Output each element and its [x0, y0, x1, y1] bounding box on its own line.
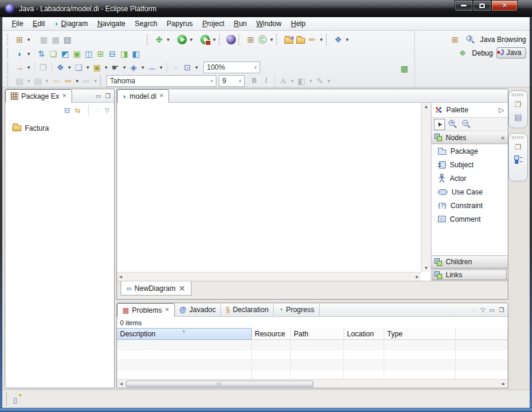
drag-handle[interactable]	[512, 136, 524, 139]
dropdown-arrow-icon[interactable]: ▾	[85, 64, 91, 70]
palette-item-subject[interactable]: Subject	[432, 158, 508, 171]
scroll-up-icon[interactable]: ▲	[424, 104, 429, 109]
new-communication-diagram-button[interactable]: ◩	[59, 47, 71, 60]
drawer-nodes[interactable]: Nodes «	[432, 131, 508, 144]
close-tab-icon[interactable]: ✕	[179, 284, 186, 293]
new-activity-diagram-button[interactable]: ⇅	[35, 47, 47, 60]
dropdown-arrow-icon[interactable]: ▾	[318, 37, 325, 43]
column-type[interactable]: Type	[384, 328, 456, 340]
new-sequence-diagram-button[interactable]: ⊟	[106, 47, 118, 60]
drawer-links[interactable]: Links	[432, 268, 508, 281]
menu-project[interactable]: Project	[197, 18, 229, 29]
palette-collapse-icon[interactable]: ▷	[499, 106, 504, 113]
restore-button[interactable]	[473, 0, 491, 11]
toolbar-grip[interactable]	[147, 34, 151, 45]
scroll-left-icon[interactable]: ◄	[118, 274, 123, 280]
select-tool[interactable]: ➤	[434, 119, 445, 130]
search-button[interactable]: ✏	[306, 33, 318, 46]
dropdown-arrow-icon[interactable]: ▾	[25, 64, 32, 70]
collapse-all-icon[interactable]: ⊟	[64, 107, 70, 114]
palette-item-actor[interactable]: Actor	[432, 171, 508, 185]
column-description[interactable]: ▲ Description	[117, 328, 252, 340]
view-menu-icon[interactable]: ▽	[481, 307, 485, 313]
toolbar-grip[interactable]	[7, 62, 11, 73]
new-composite-diagram-button[interactable]: ◫	[83, 47, 95, 60]
diagram-canvas[interactable]	[117, 103, 421, 272]
scrollbar-thumb[interactable]	[126, 381, 313, 387]
scroll-left-icon[interactable]: ◄	[119, 381, 124, 387]
toolbar-grip[interactable]	[7, 34, 11, 45]
debug-label[interactable]: Debug	[472, 49, 493, 57]
open-perspective-button[interactable]: ⊞	[449, 33, 461, 46]
tab-declaration[interactable]: § Declaration	[221, 303, 274, 316]
new-component-diagram-button[interactable]: ▣	[71, 47, 83, 60]
menu-run[interactable]: Run	[229, 18, 251, 29]
zoom-fit-button[interactable]: ⊡	[181, 61, 193, 74]
maximize-view-icon[interactable]: ❒	[499, 307, 504, 313]
menu-file[interactable]: File	[7, 18, 28, 29]
tab-package-explorer[interactable]: Package Ex ✕	[5, 89, 72, 103]
maximize-view-icon[interactable]: ❒	[105, 93, 111, 99]
java-browsing-label[interactable]: Java Browsing	[480, 35, 526, 44]
toolbar-grip[interactable]	[7, 48, 11, 59]
font-size-combo[interactable]: 9▾	[219, 75, 245, 87]
zoom-in-tool[interactable]: +	[447, 118, 459, 131]
toolbar-grip[interactable]	[100, 76, 104, 86]
perspective-java-browsing[interactable]: J	[465, 33, 476, 46]
routing-button[interactable]: ◈	[128, 61, 140, 74]
dropdown-arrow-icon[interactable]: ▾	[25, 37, 32, 43]
perspective-debug[interactable]: ❉	[457, 47, 469, 60]
dropdown-arrow-icon[interactable]: ▾	[188, 37, 194, 43]
tab-newdiagram[interactable]: ∞ NewDiagram ✕	[121, 281, 192, 296]
toolbar-grip[interactable]	[238, 34, 242, 45]
tab-progress[interactable]: ◔ Progress	[274, 303, 319, 316]
fast-view-button[interactable]: ▯ ✦	[12, 394, 22, 404]
close-button[interactable]: ✕	[491, 0, 518, 11]
close-tab-icon[interactable]: ✕	[165, 307, 170, 313]
menu-window[interactable]: Window	[252, 18, 287, 29]
papyrus-button[interactable]: ◗	[14, 47, 25, 60]
dropdown-arrow-icon[interactable]: ▾	[158, 64, 164, 70]
palette-item-usecase[interactable]: Use Case	[432, 185, 508, 199]
dropdown-arrow-icon[interactable]: ▾	[193, 64, 200, 70]
dropdown-arrow-icon[interactable]: ▾	[140, 64, 146, 70]
editor-horizontal-scrollbar[interactable]: ◄ ►	[117, 272, 421, 281]
save-button[interactable]: ▦	[38, 33, 50, 46]
save-all-button[interactable]: ▩	[50, 33, 61, 46]
new-class-button[interactable]: Ⓒ	[257, 33, 268, 46]
palette-item-comment[interactable]: Comment	[432, 212, 508, 226]
debug-button[interactable]: ❉	[153, 33, 165, 46]
combo-arrow-icon[interactable]: ▾	[235, 78, 244, 84]
new-class-diagram-button[interactable]: ❏	[47, 47, 59, 60]
dropdown-arrow-icon[interactable]: ▾	[121, 64, 128, 70]
drawer-children[interactable]: Children	[432, 255, 508, 268]
run-button[interactable]	[176, 33, 188, 46]
minimize-view-icon[interactable]: ▭	[489, 307, 495, 313]
order-button[interactable]: ▣	[91, 61, 103, 74]
line-style-button[interactable]: ↔	[146, 61, 158, 74]
view-menu-icon[interactable]: ▽	[105, 107, 109, 113]
restore-view-icon[interactable]: ❐	[515, 144, 521, 151]
minimize-button[interactable]	[455, 0, 473, 11]
dropdown-arrow-icon[interactable]: ▾	[74, 78, 80, 84]
align-button[interactable]: ❑	[73, 61, 85, 74]
new-wizard-button[interactable]: ⊞	[14, 33, 25, 46]
new-java-project-button[interactable]: ⊞	[245, 33, 257, 46]
zoom-out-tool[interactable]: −	[460, 118, 472, 131]
open-type-button[interactable]	[283, 33, 294, 46]
toolbar-grip[interactable]	[219, 34, 223, 45]
toolbar-grip[interactable]	[7, 76, 11, 86]
arrange-selection-button[interactable]: ❖	[54, 61, 66, 74]
close-tab-icon[interactable]: ✕	[160, 93, 164, 99]
open-resource-button[interactable]	[294, 33, 306, 46]
menu-diagram[interactable]: ◗Diagram	[50, 18, 93, 29]
link-with-editor-icon[interactable]: ⇆	[75, 107, 81, 114]
title-bar[interactable]: Java - Labadora/model.di - Eclipse Platf…	[0, 0, 532, 17]
tab-model-di[interactable]: ◗ model.di ✕	[117, 89, 169, 103]
scroll-down-icon[interactable]: ▼	[424, 265, 429, 271]
new-deployment-diagram-button[interactable]: ⊞	[95, 47, 106, 60]
restore-view-icon[interactable]: ❐	[515, 101, 521, 108]
problems-horizontal-scrollbar[interactable]: ◄ ►	[117, 379, 508, 388]
gesture-button[interactable]: ☛	[109, 61, 121, 74]
tab-problems[interactable]: ▦ Problems ✕	[117, 303, 175, 317]
